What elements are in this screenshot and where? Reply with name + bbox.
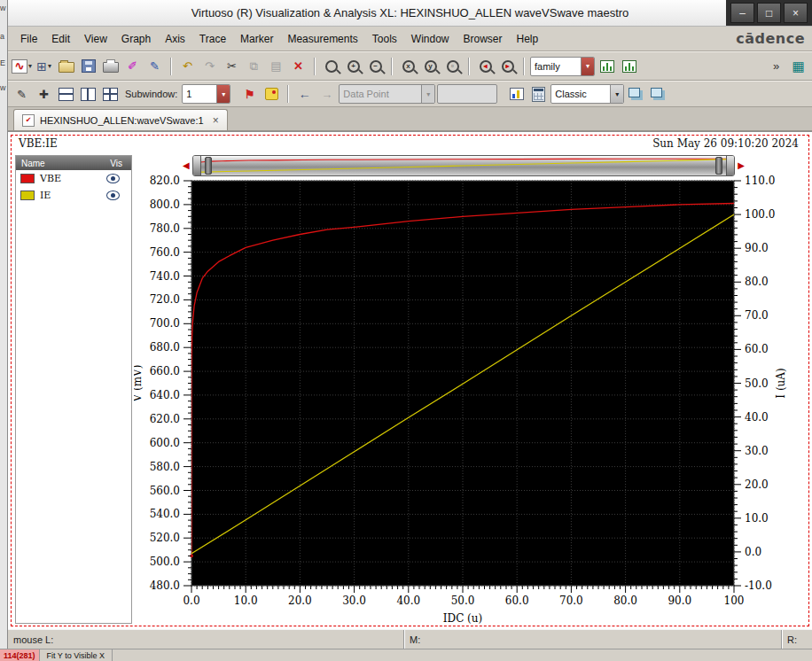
undo-button[interactable]: ↶ (177, 56, 198, 77)
menu-marker[interactable]: Marker (233, 30, 280, 48)
zoom-out-button[interactable]: − (365, 56, 386, 77)
zoom-fit-button[interactable] (321, 56, 341, 77)
previous-point-button[interactable]: ← (294, 83, 315, 105)
menu-axis[interactable]: Axis (158, 30, 192, 48)
chevron-down-icon[interactable]: ▾ (48, 62, 51, 70)
chevron-down-icon[interactable]: ▾ (28, 62, 32, 70)
pan-button[interactable]: ✚ (34, 83, 54, 105)
tab-wave-view[interactable]: ✔ HEXINSHUO_ALLEN:waveVSwave:1 × (13, 109, 228, 130)
zoom-in-y-button[interactable]: y (420, 56, 441, 77)
annotate-button[interactable]: ✎ (144, 56, 165, 77)
grid-icon: ▦ (792, 59, 804, 73)
calculator-icon (532, 87, 545, 102)
svg-text:30.0: 30.0 (745, 445, 769, 457)
new-graph-window-button[interactable]: ∿ ▾ (12, 56, 32, 77)
menu-measurements[interactable]: Measurements (280, 30, 364, 48)
save-floppy-icon (82, 59, 96, 73)
zoom-in-x-button[interactable]: x (398, 56, 418, 77)
overlay-chart-button[interactable] (619, 56, 639, 77)
slider-grip-left[interactable] (205, 157, 212, 175)
chart-tool-button[interactable] (506, 83, 527, 105)
zoom-out-icon: − (370, 60, 382, 73)
svg-text:70.0: 70.0 (745, 309, 769, 322)
tab-close-icon[interactable]: × (213, 115, 219, 126)
left-sign: ◂ (481, 62, 490, 71)
point-count-badge: 114(281) (0, 649, 40, 661)
mini-chart-icon (510, 88, 524, 100)
appearance-combo[interactable]: Classic ▾ (550, 84, 624, 104)
previous-zoom-button[interactable]: ◂ (475, 56, 496, 77)
tile-horizontal-button[interactable] (56, 83, 76, 105)
subwindow-combo[interactable]: 1 ▾ (182, 84, 230, 104)
svg-text:740.0: 740.0 (150, 270, 180, 283)
family-combo[interactable]: family ▾ (530, 57, 595, 76)
capture-button[interactable]: ✐ (122, 56, 143, 77)
main-toolbar: ∿ ▾ ⊞ ▾ ✐ ✎ ↶ ↷ ✂ ⧉ ▤ ✕ + − x y ▫ ◂ ▸ fa… (8, 51, 812, 81)
redo-button[interactable]: ↷ (199, 56, 220, 77)
window-titlebar[interactable]: Virtuoso (R) Visualization & Analysis XL… (8, 0, 812, 27)
window-title: Virtuoso (R) Visualization & Analysis XL… (191, 6, 629, 19)
label-note-button[interactable] (262, 83, 282, 105)
next-point-button[interactable]: → (316, 83, 337, 105)
probe-trace-button[interactable]: ✎ (12, 83, 32, 105)
menu-file[interactable]: File (13, 30, 44, 48)
menu-edit[interactable]: Edit (44, 30, 77, 48)
tile-vertical-button[interactable] (78, 83, 98, 105)
slider-grip-right[interactable] (715, 157, 722, 175)
menu-graph[interactable]: Graph (114, 30, 158, 48)
zoom-in-button[interactable]: + (343, 56, 363, 77)
scroll-right-icon[interactable]: ▶ (738, 161, 745, 170)
workspace-grid-button[interactable]: ▦ (788, 56, 808, 77)
menu-view[interactable]: View (77, 30, 114, 48)
menu-browser[interactable]: Browser (457, 30, 510, 48)
svg-text:500.0: 500.0 (150, 556, 180, 568)
subwindow-combo-arrow[interactable]: ▾ (216, 85, 230, 103)
open-button[interactable] (56, 56, 76, 77)
paste-button[interactable]: ▤ (266, 56, 286, 77)
legend-row-vbe[interactable]: VBE (16, 170, 131, 187)
zoom-box-button[interactable]: ▫ (442, 56, 463, 77)
status-mouse-middle-text: M: (410, 634, 420, 645)
zoom-sign (327, 62, 336, 71)
menu-window[interactable]: Window (404, 30, 457, 48)
tile-grid-button[interactable] (100, 83, 121, 105)
x-range-scrollbar[interactable]: ◀ ▶ (183, 155, 745, 176)
toolbar-overflow-button[interactable]: » (766, 56, 786, 77)
aux-field[interactable] (437, 84, 497, 104)
grid-split-icon (103, 88, 118, 101)
svg-text:0.0: 0.0 (745, 546, 761, 558)
copy-button[interactable]: ⧉ (244, 56, 264, 77)
cut-button[interactable]: ✂ (222, 56, 242, 77)
data-point-combo[interactable]: Data Point ▾ (339, 84, 435, 104)
visibility-eye-icon[interactable] (106, 191, 120, 200)
visibility-eye-icon[interactable] (106, 174, 120, 183)
new-subwindow-button[interactable]: ⊞ ▾ (34, 56, 54, 77)
close-button[interactable]: × (784, 3, 808, 23)
sweep-chart-button[interactable] (597, 56, 617, 77)
delete-button[interactable]: ✕ (288, 56, 308, 77)
calculator-button[interactable] (528, 83, 549, 105)
strip-mode-button[interactable] (648, 83, 668, 105)
status-mouse-right-text: R: (787, 634, 797, 645)
legend-row-ie[interactable]: IE (16, 187, 131, 204)
x-range-slider[interactable] (192, 155, 736, 176)
svg-text:820.0: 820.0 (150, 175, 180, 187)
family-combo-arrow[interactable]: ▾ (581, 58, 594, 75)
appearance-combo-arrow[interactable]: ▾ (610, 85, 623, 103)
overlay-windows-button[interactable] (626, 83, 646, 105)
subwindow-label: Subwindow: (122, 89, 180, 99)
save-button[interactable] (78, 56, 98, 77)
maximize-button[interactable]: □ (757, 3, 781, 23)
capture-pen-icon: ✐ (128, 60, 137, 72)
next-zoom-button[interactable]: ▸ (497, 56, 518, 77)
flag-button[interactable]: ⚑ (239, 83, 260, 105)
menu-help[interactable]: Help (510, 30, 546, 48)
scroll-left-icon[interactable]: ◀ (183, 161, 190, 170)
minimize-button[interactable]: – (730, 3, 754, 23)
waveform-plot[interactable]: 480.0500.0520.0540.0560.0580.0600.0620.0… (134, 153, 808, 632)
secondary-toolbar: ✎ ✚ Subwindow: 1 ▾ ⚑ ← → Data Point ▾ Cl… (8, 81, 812, 107)
toolbar-separator (170, 58, 172, 75)
menu-trace[interactable]: Trace (192, 30, 233, 48)
print-button[interactable] (100, 56, 121, 77)
menu-tools[interactable]: Tools (365, 30, 404, 48)
